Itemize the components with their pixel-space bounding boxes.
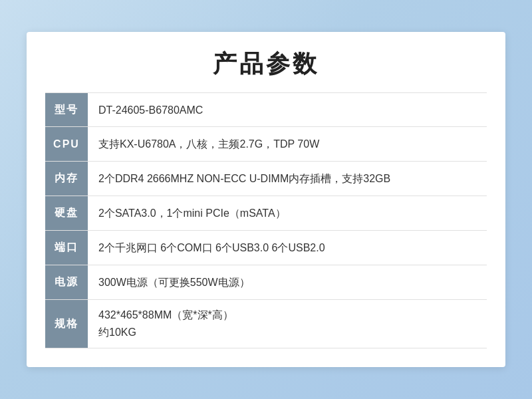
- param-row: 规格432*465*88MM（宽*深*高）约10KG: [45, 300, 487, 348]
- param-row: 内存2个DDR4 2666MHZ NON-ECC U-DIMM内存插槽，支持32…: [45, 162, 487, 196]
- param-label: 内存: [45, 162, 88, 196]
- param-value: DT-24605-B6780AMC: [88, 93, 487, 126]
- param-row: 端口2个千兆网口 6个COM口 6个USB3.0 6个USB2.0: [45, 231, 487, 265]
- param-label: 端口: [45, 231, 88, 265]
- param-label: 规格: [45, 300, 88, 347]
- param-value: 支持KX-U6780A，八核，主频2.7G，TDP 70W: [88, 127, 487, 161]
- param-label: 硬盘: [45, 196, 88, 230]
- param-value: 432*465*88MM（宽*深*高）约10KG: [88, 300, 487, 347]
- param-value-line1: 432*465*88MM（宽*深*高）: [98, 307, 233, 324]
- param-row: 电源300W电源（可更换550W电源）: [45, 265, 487, 300]
- param-value: 2个千兆网口 6个COM口 6个USB3.0 6个USB2.0: [88, 231, 487, 265]
- param-label: 电源: [45, 265, 88, 299]
- param-label: CPU: [45, 127, 88, 161]
- param-value: 300W电源（可更换550W电源）: [88, 265, 487, 299]
- param-value: 2个DDR4 2666MHZ NON-ECC U-DIMM内存插槽，支持32GB: [88, 162, 487, 196]
- page-title: 产品参数: [45, 48, 487, 80]
- param-value: 2个SATA3.0，1个mini PCIe（mSATA）: [88, 196, 487, 230]
- product-card: 产品参数 型号DT-24605-B6780AMCCPU支持KX-U6780A，八…: [27, 32, 505, 366]
- param-row: CPU支持KX-U6780A，八核，主频2.7G，TDP 70W: [45, 127, 487, 162]
- param-row: 硬盘2个SATA3.0，1个mini PCIe（mSATA）: [45, 196, 487, 231]
- param-value-line2: 约10KG: [98, 324, 136, 341]
- param-row: 型号DT-24605-B6780AMC: [45, 92, 487, 127]
- param-label: 型号: [45, 93, 88, 126]
